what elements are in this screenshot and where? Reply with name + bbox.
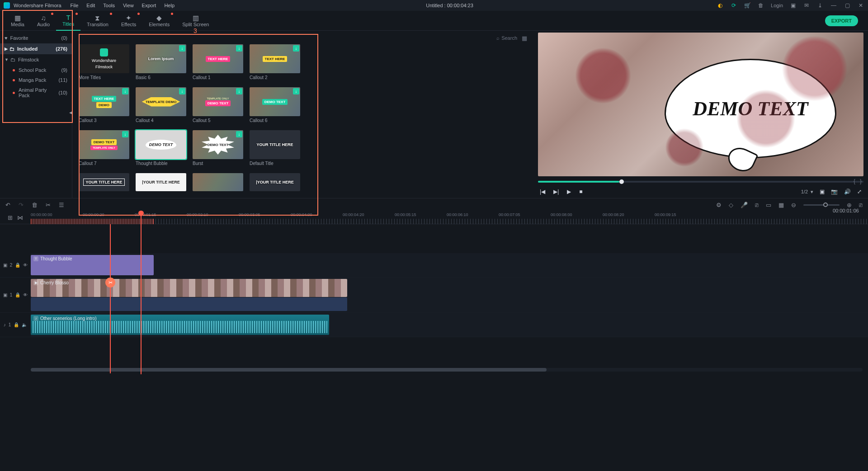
eye-icon[interactable]: 👁: [23, 263, 28, 268]
render-icon[interactable]: ▦: [778, 202, 784, 208]
title-card[interactable]: |YOUR TITLE HERE: [136, 173, 186, 191]
login-link[interactable]: Login: [771, 2, 783, 9]
tab-transition[interactable]: ⧗Transition: [80, 11, 115, 31]
title-card[interactable]: ↓DEMO TEXTBurst: [193, 130, 243, 166]
prev-frame-icon[interactable]: |◀: [540, 188, 545, 195]
tab-audio[interactable]: ♫Audio: [31, 11, 56, 31]
track-body[interactable]: ▶Cherry Blosso: [31, 278, 868, 312]
clip-video[interactable]: ▶Cherry Blosso: [31, 279, 347, 297]
zoom-fit-icon[interactable]: ⎚: [859, 202, 863, 208]
menu-view[interactable]: View: [123, 3, 134, 8]
download-icon[interactable]: ↓: [293, 45, 299, 52]
track-body[interactable]: TThought Bubble: [31, 253, 868, 277]
title-card[interactable]: ↓Lorem IpsumBasic 6: [136, 44, 186, 80]
title-card[interactable]: YOUR TITLE HEREDefault Title: [250, 130, 300, 166]
clip-audio[interactable]: ♪Other scenerios (Long intro): [31, 315, 329, 335]
mute-icon[interactable]: 🔈: [22, 322, 27, 327]
clip-title[interactable]: TThought Bubble: [31, 255, 154, 275]
work-area-range[interactable]: [31, 219, 154, 224]
link-icon[interactable]: ⋈: [17, 214, 23, 221]
sidebar-favorite[interactable]: ♥Favorite(0): [0, 33, 72, 43]
title-card[interactable]: ↓TEMPLATE ONLYDEMO TEXTCallout 5: [193, 87, 243, 123]
group-icon[interactable]: ▭: [766, 202, 771, 208]
lock-icon[interactable]: 🔒: [15, 263, 20, 268]
title-card[interactable]: |YOUR TITLE HERE: [250, 173, 300, 191]
download-icon[interactable]: ↓: [236, 131, 242, 137]
marker-icon[interactable]: ◇: [729, 202, 733, 208]
menu-file[interactable]: File: [71, 3, 79, 8]
sidebar-sub-manga[interactable]: Manga Pack(11): [0, 75, 72, 85]
title-card[interactable]: WondershareFilmstockMore Titles: [79, 44, 129, 80]
download-icon[interactable]: ↓: [236, 88, 242, 94]
scissors-icon[interactable]: ✂: [105, 278, 115, 287]
download-icon[interactable]: ↓: [293, 88, 299, 94]
mail-icon[interactable]: ✉: [803, 2, 810, 9]
preview-progress[interactable]: { }: [538, 181, 863, 183]
sidebar-included[interactable]: ▶🗀Included(276): [0, 43, 72, 54]
refresh-icon[interactable]: ⟳: [730, 2, 737, 9]
fullscreen-icon[interactable]: ⤢: [857, 188, 862, 195]
title-card[interactable]: ↓TEXT HERECallout 1: [193, 44, 243, 80]
sidebar-collapse-icon[interactable]: ◀: [69, 110, 72, 115]
zoom-ratio[interactable]: 1/2▾: [801, 189, 813, 195]
menu-tools[interactable]: Tools: [103, 3, 115, 8]
bracket-in-icon[interactable]: {: [854, 178, 855, 184]
add-track-icon[interactable]: ⊞: [8, 214, 13, 221]
redo-icon[interactable]: ↷: [19, 202, 24, 208]
edit-icon[interactable]: ☰: [59, 202, 64, 208]
track-body[interactable]: ♪Other scenerios (Long intro): [31, 313, 868, 337]
lock-icon[interactable]: 🔒: [15, 292, 20, 297]
tab-elements[interactable]: ◆Elements: [142, 11, 176, 31]
tab-effects[interactable]: ✦Effects: [115, 11, 142, 31]
maximize-icon[interactable]: ▢: [844, 2, 851, 9]
close-icon[interactable]: ✕: [857, 2, 864, 9]
stop-icon[interactable]: ■: [579, 188, 582, 195]
tab-media[interactable]: ▦Media: [5, 11, 31, 31]
snapshot-icon[interactable]: 📷: [831, 188, 838, 195]
save-icon[interactable]: ▣: [789, 2, 797, 9]
playhead[interactable]: [141, 212, 142, 374]
download-icon[interactable]: ↓: [236, 45, 242, 52]
playhead-line[interactable]: ✂: [110, 224, 111, 373]
sidebar-filmstock[interactable]: ▼🗀Filmstock: [0, 54, 72, 65]
title-card[interactable]: ↓DEMO TEXTCallout 6: [250, 87, 300, 123]
cart-icon[interactable]: 🛒: [744, 2, 751, 9]
lightbulb-icon[interactable]: ◐: [717, 2, 724, 9]
title-card[interactable]: [193, 173, 243, 191]
menu-edit[interactable]: Edit: [86, 3, 95, 8]
title-card[interactable]: ↓TEXT HEREDEMOCallout 3: [79, 87, 129, 123]
title-card-selected[interactable]: DEMO TEXTThought Bubble: [136, 130, 186, 166]
menu-help[interactable]: Help: [164, 3, 175, 8]
sidebar-sub-animal[interactable]: Animal Party Pack(10): [0, 85, 72, 100]
title-card[interactable]: ↓DEMO TEXTTEMPLATE ONLYCallout 7: [79, 130, 129, 166]
sidebar-sub-school[interactable]: School Pack(9): [0, 65, 72, 75]
zoom-out-icon[interactable]: ⊖: [791, 202, 796, 208]
zoom-slider[interactable]: [803, 204, 840, 206]
mixer2-icon[interactable]: ⎚: [755, 202, 759, 208]
download-icon[interactable]: ↓: [122, 88, 128, 94]
search-input[interactable]: ⌕Search: [496, 35, 517, 41]
undo-icon[interactable]: ↶: [5, 202, 10, 208]
bracket-out-icon[interactable]: }: [860, 178, 862, 184]
preview-viewport[interactable]: DEMO TEXT: [538, 33, 863, 176]
export-button[interactable]: EXPORT: [825, 15, 858, 26]
tab-titles[interactable]: TTitles: [56, 11, 80, 31]
quality-icon[interactable]: ▣: [820, 188, 825, 195]
menu-export[interactable]: Export: [142, 3, 156, 8]
trash-icon[interactable]: 🗑: [757, 2, 764, 9]
download-icon[interactable]: ↓: [179, 88, 185, 94]
download-icon[interactable]: ↓: [179, 45, 185, 52]
zoom-in-icon[interactable]: ⊕: [847, 202, 852, 208]
clip-video-audio[interactable]: [31, 297, 347, 311]
timeline-scrollbar[interactable]: [31, 368, 863, 372]
download-icon[interactable]: ↓: [122, 131, 128, 137]
title-card[interactable]: ↓TEXT HERECallout 2: [250, 44, 300, 80]
download-icon[interactable]: ⤓: [816, 2, 824, 9]
split-icon[interactable]: ✂: [46, 202, 51, 208]
record-icon[interactable]: 🎤: [741, 202, 748, 208]
title-card[interactable]: YOUR TITLE HERE: [79, 173, 129, 191]
eye-icon[interactable]: 👁: [23, 292, 28, 297]
minimize-icon[interactable]: —: [830, 2, 837, 9]
play-button-icon[interactable]: ▶: [567, 188, 571, 195]
timeline-ruler[interactable]: 00:00:00:0000:00:00:2000:00:01:1500:00:0…: [31, 212, 868, 224]
